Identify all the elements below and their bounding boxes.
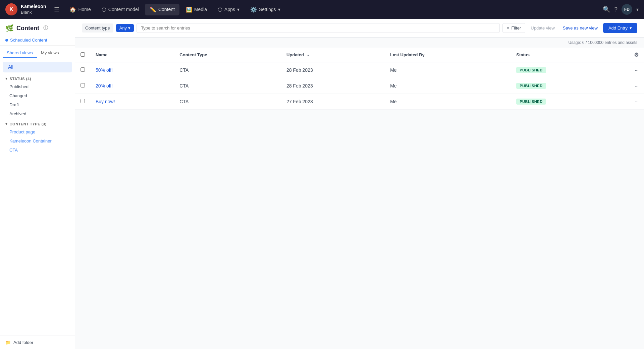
- logo-icon: K: [5, 3, 17, 15]
- logo-text: Kameleoon Blank: [21, 3, 46, 15]
- media-icon: 🖼️: [185, 6, 192, 13]
- table-header-row: Name Content Type Updated ▲ Last Updated…: [75, 48, 644, 62]
- hamburger-menu[interactable]: ☰: [54, 6, 59, 13]
- tab-shared-views[interactable]: Shared views: [3, 48, 37, 58]
- add-folder-button[interactable]: 📁 Add folder: [0, 336, 75, 349]
- add-entry-button[interactable]: Add Entry ▾: [603, 23, 637, 33]
- row-name[interactable]: 50% off!: [90, 62, 174, 78]
- row-actions-menu[interactable]: ···: [624, 62, 644, 78]
- row-content-type: CTA: [174, 94, 281, 110]
- content-type-label: Content type: [82, 23, 113, 33]
- row-updated: 28 Feb 2023: [281, 78, 385, 94]
- settings-icon: ⚙️: [250, 6, 257, 13]
- tab-my-views[interactable]: My views: [37, 48, 63, 58]
- row-checkbox-cell: [75, 62, 90, 78]
- row-actions-menu[interactable]: ···: [624, 78, 644, 94]
- filter-icon: ≡: [507, 25, 509, 31]
- row-last-updated-by: Me: [385, 62, 511, 78]
- avatar-chevron-icon: ▾: [636, 7, 639, 12]
- row-content-type: CTA: [174, 78, 281, 94]
- row-actions-menu[interactable]: ···: [624, 94, 644, 110]
- filter-button[interactable]: ≡ Filter: [502, 23, 525, 33]
- row-checkbox-cell: [75, 78, 90, 94]
- row-last-updated-by: Me: [385, 78, 511, 94]
- main-content: Content type Any ▾ ≡ Filter Update view …: [75, 19, 644, 349]
- sidebar-item-all[interactable]: All: [3, 62, 72, 72]
- nav-items: 🏠 Home ⬡ Content model ✏️ Content 🖼️ Med…: [65, 4, 600, 15]
- main-toolbar: Content type Any ▾ ≡ Filter Update view …: [75, 19, 644, 38]
- search-icon[interactable]: 🔍: [603, 6, 610, 13]
- nav-item-content-model[interactable]: ⬡ Content model: [97, 4, 144, 15]
- header-checkbox-col: [75, 48, 90, 62]
- nav-item-content[interactable]: ✏️ Content: [145, 4, 179, 15]
- content-type-section-header[interactable]: ▾ CONTENT TYPE (3): [0, 118, 75, 127]
- nav-item-settings[interactable]: ⚙️ Settings ▾: [246, 4, 285, 15]
- sidebar-header: 🌿 Content ⓘ: [0, 19, 75, 35]
- row-status: PUBLISHED: [511, 94, 624, 110]
- apps-chevron-icon: ▾: [237, 7, 239, 12]
- sidebar-title: Content: [16, 25, 39, 32]
- sidebar-nav: All ▾ STATUS (4) Published Changed Draft…: [0, 58, 75, 336]
- sidebar: 🌿 Content ⓘ Scheduled Content Shared vie…: [0, 19, 75, 349]
- sidebar-item-product-page[interactable]: Product page: [0, 127, 75, 136]
- save-view-button[interactable]: Save as new view: [560, 23, 600, 33]
- row-checkbox-cell: [75, 94, 90, 110]
- row-name[interactable]: Buy now!: [90, 94, 174, 110]
- sidebar-item-cta[interactable]: CTA: [0, 146, 75, 155]
- status-section-header[interactable]: ▾ STATUS (4): [0, 73, 75, 82]
- row-checkbox-1[interactable]: [80, 67, 85, 72]
- row-status: PUBLISHED: [511, 62, 624, 78]
- header-status: Status: [511, 48, 624, 62]
- row-updated: 28 Feb 2023: [281, 62, 385, 78]
- sidebar-item-kameleoon-container[interactable]: Kameleoon Container: [0, 136, 75, 146]
- views-tabs: Shared views My views: [0, 46, 75, 58]
- search-input[interactable]: [137, 23, 500, 33]
- table-row: 50% off! CTA 28 Feb 2023 Me PUBLISHED ··…: [75, 62, 644, 78]
- table-row: Buy now! CTA 27 Feb 2023 Me PUBLISHED ··…: [75, 94, 644, 110]
- update-view-button[interactable]: Update view: [528, 23, 557, 33]
- avatar[interactable]: FD: [622, 4, 632, 15]
- any-chevron-icon: ▾: [128, 25, 130, 31]
- nav-item-media[interactable]: 🖼️ Media: [181, 4, 212, 15]
- sidebar-item-changed[interactable]: Changed: [0, 91, 75, 100]
- row-name[interactable]: 20% off!: [90, 78, 174, 94]
- header-name: Name: [90, 48, 174, 62]
- row-checkbox-2[interactable]: [80, 83, 85, 88]
- nav-item-home[interactable]: 🏠 Home: [65, 4, 95, 15]
- nav-item-apps[interactable]: ⬡ Apps ▾: [213, 4, 244, 15]
- logo[interactable]: K Kameleoon Blank: [5, 3, 46, 15]
- scheduled-content-link[interactable]: Scheduled Content: [0, 35, 75, 46]
- row-last-updated-by: Me: [385, 94, 511, 110]
- settings-chevron-icon: ▾: [278, 7, 280, 12]
- sidebar-item-draft[interactable]: Draft: [0, 100, 75, 109]
- add-entry-chevron-icon: ▾: [630, 25, 632, 31]
- table-wrapper: Usage: 6 / 1000000 entries and assets Na…: [75, 38, 644, 349]
- row-status: PUBLISHED: [511, 78, 624, 94]
- content-model-icon: ⬡: [102, 6, 106, 13]
- status-badge: PUBLISHED: [516, 83, 546, 89]
- row-updated: 27 Feb 2023: [281, 94, 385, 110]
- sidebar-help-icon[interactable]: ⓘ: [43, 25, 48, 31]
- main-layout: 🌿 Content ⓘ Scheduled Content Shared vie…: [0, 19, 644, 349]
- any-filter-button[interactable]: Any ▾: [116, 24, 134, 32]
- select-all-checkbox[interactable]: [80, 52, 85, 57]
- sidebar-item-archived[interactable]: Archived: [0, 109, 75, 118]
- top-navigation: K Kameleoon Blank ☰ 🏠 Home ⬡ Content mod…: [0, 0, 644, 19]
- table-row: 20% off! CTA 28 Feb 2023 Me PUBLISHED ··…: [75, 78, 644, 94]
- header-last-updated-by: Last Updated By: [385, 48, 511, 62]
- header-updated[interactable]: Updated ▲: [281, 48, 385, 62]
- usage-text: Usage: 6 / 1000000 entries and assets: [75, 38, 644, 48]
- updated-sort-icon: ▲: [307, 53, 310, 57]
- content-leaf-icon: 🌿: [5, 24, 14, 32]
- status-chevron-icon: ▾: [5, 76, 8, 81]
- sidebar-item-published[interactable]: Published: [0, 82, 75, 91]
- row-checkbox-3[interactable]: [80, 99, 85, 103]
- help-icon[interactable]: ?: [614, 6, 618, 13]
- column-settings-icon[interactable]: ⚙: [634, 52, 639, 58]
- apps-icon: ⬡: [218, 6, 222, 13]
- header-content-type: Content Type: [174, 48, 281, 62]
- add-folder-icon: 📁: [5, 340, 11, 345]
- scheduled-dot-icon: [5, 39, 8, 42]
- content-table: Name Content Type Updated ▲ Last Updated…: [75, 48, 644, 110]
- nav-right: 🔍 ? FD ▾: [603, 4, 639, 15]
